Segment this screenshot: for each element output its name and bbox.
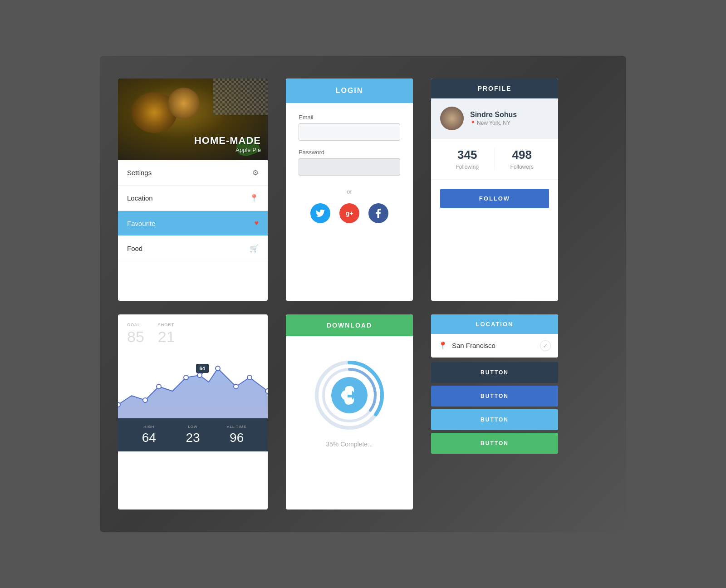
- button-dark[interactable]: BUTTON: [431, 362, 558, 383]
- goal-stat: GOAL 85: [127, 323, 144, 346]
- menu-card: HOME-MADE Apple Pie Settings ⚙ Location …: [118, 78, 268, 301]
- alltime-stat: ALL TIME 96: [215, 425, 259, 445]
- low-value: 23: [171, 431, 215, 445]
- svg-point-9: [265, 389, 268, 393]
- location-input-row: 📍 San Francisco ✓: [431, 334, 558, 358]
- profile-location: New York, NY: [470, 120, 517, 126]
- svg-point-3: [157, 384, 161, 389]
- location-widget: LOCATION 📍 San Francisco ✓: [431, 314, 558, 358]
- password-input[interactable]: [299, 158, 400, 176]
- chart-area: 64: [118, 350, 268, 418]
- menu-item-label: Food: [127, 245, 142, 252]
- short-label: SHORT: [158, 323, 175, 327]
- login-card: LOGIN Email Password or g+: [286, 78, 413, 301]
- profile-stats: 345 Following 498 Followers: [431, 139, 558, 180]
- login-body: Email Password or g+: [286, 103, 413, 234]
- profile-header: PROFILE: [431, 78, 558, 98]
- menu-item-label: Location: [127, 194, 153, 202]
- buttons-area: LOCATION 📍 San Francisco ✓ BUTTON BUTTON…: [431, 314, 558, 510]
- or-divider: or: [299, 188, 400, 195]
- menu-item-label: Settings: [127, 169, 152, 176]
- google-icon: g+: [346, 210, 353, 217]
- low-label: LOW: [171, 425, 215, 429]
- progress-text: 35% Complete...: [326, 441, 373, 448]
- menu-header-image: HOME-MADE Apple Pie: [118, 78, 268, 160]
- low-stat: LOW 23: [171, 425, 215, 445]
- download-header: DOWNLOAD: [286, 314, 413, 336]
- google-login-button[interactable]: g+: [339, 203, 359, 223]
- svg-point-8: [247, 375, 252, 380]
- menu-item-favourite[interactable]: Favourite ♥: [118, 211, 268, 236]
- svg-point-1: [118, 402, 120, 407]
- download-body: 35% Complete...: [286, 336, 413, 470]
- location-check-icon[interactable]: ✓: [540, 340, 551, 351]
- progress-ring: [313, 359, 386, 431]
- gear-icon: ⚙: [252, 168, 259, 177]
- chart-card: GOAL 85 SHORT 21 64: [118, 314, 268, 510]
- goal-label: GOAL: [127, 323, 144, 327]
- chart-tooltip: 64: [196, 364, 209, 373]
- follow-button[interactable]: FOLLOW: [440, 189, 549, 208]
- download-card: DOWNLOAD: [286, 314, 413, 510]
- menu-item-food[interactable]: Food 🛒: [118, 236, 268, 261]
- profile-user-row: Sindre Sohus New York, NY: [431, 98, 558, 139]
- menu-title: HOME-MADE: [194, 135, 261, 147]
- short-stat: SHORT 21: [158, 323, 175, 346]
- alltime-label: ALL TIME: [215, 425, 259, 429]
- followers-count: 498: [495, 148, 549, 162]
- button-green[interactable]: BUTTON: [431, 433, 558, 454]
- following-stat: 345 Following: [440, 148, 495, 170]
- svg-point-2: [143, 398, 147, 402]
- svg-point-4: [184, 375, 188, 380]
- followers-stat: 498 Followers: [495, 148, 549, 170]
- menu-item-label: Favourite: [127, 220, 156, 227]
- button-light-blue[interactable]: BUTTON: [431, 409, 558, 430]
- short-value: 21: [158, 328, 175, 345]
- password-label: Password: [299, 149, 400, 156]
- high-stat: HIGH 64: [127, 425, 171, 445]
- location-pin-icon: 📍: [250, 194, 259, 202]
- email-input[interactable]: [299, 123, 400, 141]
- chart-top-stats: GOAL 85 SHORT 21: [118, 314, 268, 350]
- followers-label: Followers: [495, 164, 549, 170]
- button-stack: BUTTON BUTTON BUTTON BUTTON: [431, 362, 558, 454]
- main-container: HOME-MADE Apple Pie Settings ⚙ Location …: [100, 56, 626, 532]
- avatar: [440, 107, 464, 130]
- alltime-value: 96: [215, 431, 259, 445]
- heart-icon: ♥: [255, 219, 259, 227]
- svg-point-6: [216, 366, 220, 371]
- location-pin-icon: 📍: [438, 341, 447, 350]
- social-icons: g+: [299, 203, 400, 223]
- email-label: Email: [299, 114, 400, 121]
- chart-bottom-stats: HIGH 64 LOW 23 ALL TIME 96: [118, 418, 268, 451]
- button-blue[interactable]: BUTTON: [431, 386, 558, 407]
- menu-subtitle: Apple Pie: [194, 147, 261, 153]
- profile-actions: FOLLOW: [431, 180, 558, 217]
- svg-point-7: [234, 384, 238, 389]
- following-count: 345: [440, 148, 495, 162]
- twitter-login-button[interactable]: [310, 203, 330, 223]
- menu-item-settings[interactable]: Settings ⚙: [118, 160, 268, 186]
- high-value: 64: [127, 431, 171, 445]
- facebook-login-button[interactable]: [368, 203, 388, 223]
- profile-card: PROFILE Sindre Sohus New York, NY 345 Fo…: [431, 78, 558, 301]
- location-city: San Francisco: [452, 342, 535, 349]
- login-header: LOGIN: [286, 78, 413, 103]
- high-label: HIGH: [127, 425, 171, 429]
- location-header: LOCATION: [431, 314, 558, 334]
- cart-icon: 🛒: [250, 244, 259, 253]
- following-label: Following: [440, 164, 495, 170]
- goal-value: 85: [127, 328, 144, 345]
- profile-name: Sindre Sohus: [470, 111, 517, 119]
- menu-item-location[interactable]: Location 📍: [118, 186, 268, 211]
